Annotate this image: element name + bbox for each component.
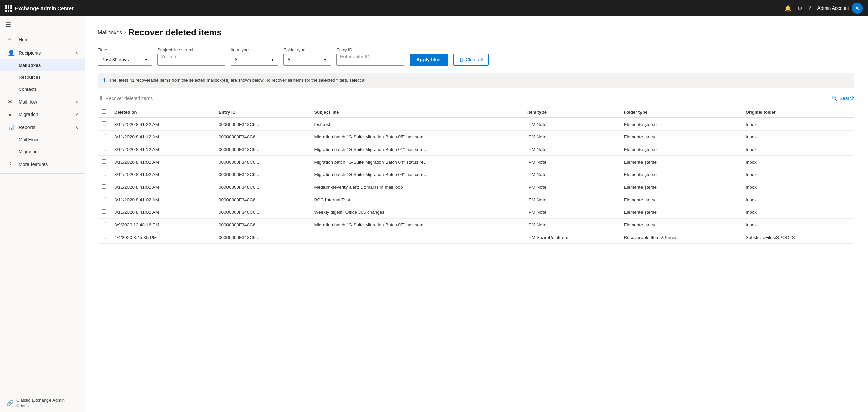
row-checkbox-cell <box>98 131 110 143</box>
row-subject-line: Weekly digest: Office 365 changes <box>310 206 523 219</box>
row-subject-line: Migration batch "G-Suite Migration Batch… <box>310 219 523 231</box>
subject-label: Subject line search <box>157 47 225 52</box>
subject-input-wrapper[interactable] <box>157 54 225 66</box>
app-title: Exchange Admin Center <box>15 5 74 11</box>
time-dropdown[interactable]: Past 30 days Past 7 days Past 24 hours C… <box>101 57 142 62</box>
row-checkbox-cell <box>98 156 110 168</box>
sidebar-item-contacts[interactable]: Contacts <box>0 83 85 95</box>
row-folder-type: Elemente șterse <box>619 131 742 143</box>
row-item-type: IPM.Note <box>523 131 619 143</box>
entry-id-input-wrapper[interactable] <box>336 54 404 66</box>
sidebar-item-resources[interactable]: Resources <box>0 71 85 83</box>
waffle-icon[interactable] <box>5 5 12 12</box>
row-subject-line: BCC Internal Test <box>310 193 523 206</box>
filter-bar: Time Past 30 days Past 7 days Past 24 ho… <box>98 47 854 66</box>
col-checkbox <box>98 107 110 118</box>
table-row[interactable]: 3/9/2020 12:48:16 PM 00000000F348C6... M… <box>98 219 854 231</box>
table-row[interactable]: 3/11/2020 8:41:02 AM 00000000F348C6... M… <box>98 181 854 193</box>
row-entry-id: 00000000F348C6... <box>215 118 310 131</box>
help-icon[interactable]: ? <box>808 5 811 11</box>
row-checkbox-cell <box>98 118 110 131</box>
folder-type-select[interactable]: All Inbox Sent Deleted ▼ <box>283 54 331 66</box>
sidebar-toggle[interactable]: ☰ <box>0 16 85 33</box>
sidebar-item-migration[interactable]: ▲ Migration ∨ <box>0 108 85 120</box>
table-row[interactable]: 3/11/2020 8:41:02 AM 00000000F348C6... M… <box>98 156 854 168</box>
row-entry-id: 00000000F348C6... <box>215 143 310 156</box>
table-row[interactable]: 4/4/2020 3:45:35 PM 00000000F348C6... IP… <box>98 231 854 244</box>
settings-icon[interactable]: ⚙ <box>797 5 802 12</box>
user-menu[interactable]: Admin Account A <box>817 3 863 14</box>
sidebar-item-more-features[interactable]: ⋮ More features <box>0 157 85 171</box>
row-deleted-on: 3/11/2020 8:41:12 AM <box>110 131 215 143</box>
item-type-select[interactable]: All Email Calendar Task Contact ▼ <box>231 54 278 66</box>
info-bar: ℹ The latest 41 recoverable items from t… <box>98 73 854 88</box>
breadcrumb-link[interactable]: Mailboxes <box>98 30 122 36</box>
row-checkbox[interactable] <box>102 159 106 164</box>
app-layout: ☰ ⌂ Home 👤 Recipients ∧ Mailboxes Resour… <box>0 16 868 412</box>
breadcrumb: Mailboxes › Recover deleted items <box>98 27 854 38</box>
notification-icon[interactable]: 🔔 <box>785 5 791 12</box>
row-subject-line: Medium-severity alert: Domains in mail l… <box>310 181 523 193</box>
row-checkbox[interactable] <box>102 134 106 138</box>
item-type-dropdown[interactable]: All Email Calendar Task Contact <box>234 57 269 62</box>
table-row[interactable]: 3/11/2020 8:41:12 AM 00000000F348C6... M… <box>98 143 854 156</box>
subject-search-input[interactable] <box>161 54 221 59</box>
row-checkbox-cell <box>98 181 110 193</box>
sidebar-item-classic[interactable]: 🔗 Classic Exchange Admin Cent... <box>0 394 85 412</box>
row-item-type: IPM.SharePointItem <box>523 231 619 244</box>
row-checkbox-cell <box>98 219 110 231</box>
row-original-folder: Inbox <box>742 156 854 168</box>
item-type-chevron-icon: ▼ <box>271 58 274 62</box>
row-checkbox[interactable] <box>102 121 106 126</box>
table-search-button[interactable]: 🔍 Search <box>832 96 854 101</box>
select-all-checkbox[interactable] <box>102 109 106 114</box>
row-item-type: IPM.Note <box>523 193 619 206</box>
row-folder-type: Elemente șterse <box>619 206 742 219</box>
table-row[interactable]: 3/11/2020 8:41:12 AM 00000000F348C6... M… <box>98 131 854 143</box>
row-original-folder: SubstrateFiles\SPOOLS <box>742 231 854 244</box>
row-item-type: IPM.Note <box>523 168 619 181</box>
row-original-folder: Inbox <box>742 118 854 131</box>
entry-id-input[interactable] <box>340 54 400 59</box>
col-folder-type: Folder type <box>619 107 742 118</box>
row-deleted-on: 3/11/2020 8:41:12 AM <box>110 143 215 156</box>
row-deleted-on: 3/11/2020 8:41:02 AM <box>110 168 215 181</box>
sidebar-item-reports-migration[interactable]: Migration <box>0 146 85 157</box>
folder-type-dropdown[interactable]: All Inbox Sent Deleted <box>287 57 321 62</box>
table-row[interactable]: 3/11/2020 8:41:02 AM 00000000F348C6... W… <box>98 206 854 219</box>
recipients-icon: 👤 <box>8 50 15 56</box>
table-row[interactable]: 3/11/2020 8:41:22 AM 00000000F348C6... t… <box>98 118 854 131</box>
row-subject-line: Migration batch "G-Suite Migration Batch… <box>310 156 523 168</box>
filter-folder-type: Folder type All Inbox Sent Deleted ▼ <box>283 47 331 66</box>
row-checkbox-cell <box>98 168 110 181</box>
sidebar-item-reports-mail-flow[interactable]: Mail Flow <box>0 134 85 146</box>
row-checkbox[interactable] <box>102 184 106 189</box>
table-row[interactable]: 3/11/2020 8:41:02 AM 00000000F348C6... B… <box>98 193 854 206</box>
time-select[interactable]: Past 30 days Past 7 days Past 24 hours C… <box>98 54 152 66</box>
row-entry-id: 00000000F348C6... <box>215 193 310 206</box>
recover-deleted-items-button[interactable]: 🗄 Recover deleted items <box>98 95 153 101</box>
row-original-folder: Inbox <box>742 219 854 231</box>
clear-all-button[interactable]: 🗑 Clear all <box>453 54 489 66</box>
row-checkbox[interactable] <box>102 147 106 151</box>
sidebar-item-home[interactable]: ⌂ Home <box>0 33 85 46</box>
row-checkbox[interactable] <box>102 235 106 239</box>
row-checkbox[interactable] <box>102 197 106 201</box>
filter-subject: Subject line search <box>157 47 225 66</box>
row-checkbox[interactable] <box>102 209 106 214</box>
table-row[interactable]: 3/11/2020 8:41:02 AM 00000000F348C6... M… <box>98 168 854 181</box>
sidebar-item-mail-flow[interactable]: ✉ Mail flow ∨ <box>0 95 85 108</box>
row-checkbox[interactable] <box>102 172 106 176</box>
row-deleted-on: 4/4/2020 3:45:35 PM <box>110 231 215 244</box>
more-features-icon: ⋮ <box>8 161 15 167</box>
row-checkbox[interactable] <box>102 222 106 226</box>
sidebar-item-recipients[interactable]: 👤 Recipients ∧ <box>0 46 85 59</box>
apply-filter-button[interactable]: Apply filter <box>410 54 448 66</box>
row-entry-id: 00000000F348C6... <box>215 181 310 193</box>
sidebar-item-reports[interactable]: 📊 Reports ∧ <box>0 120 85 134</box>
page-title: Recover deleted items <box>128 27 222 38</box>
row-entry-id: 00000000F348C6... <box>215 206 310 219</box>
sidebar-item-mailboxes[interactable]: Mailboxes <box>0 59 85 71</box>
breadcrumb-separator: › <box>124 29 126 36</box>
time-chevron-icon: ▼ <box>144 58 148 62</box>
